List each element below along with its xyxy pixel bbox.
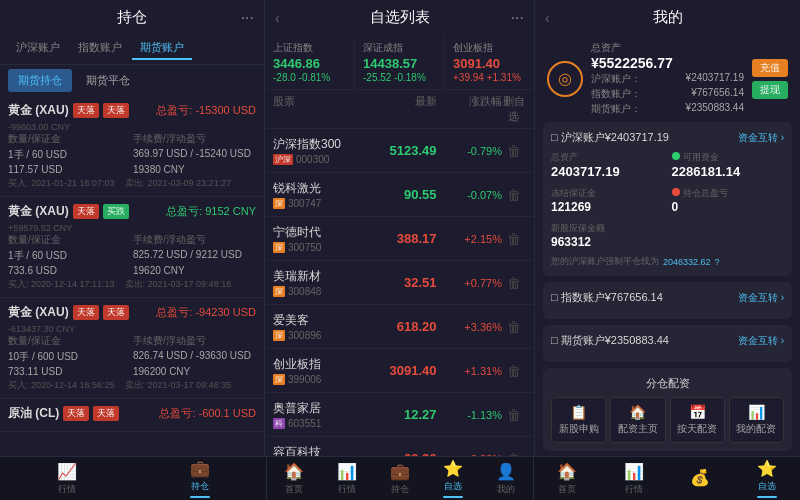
list-item[interactable]: 沪深指数300 沪深 000300 5123.49 -0.79% 🗑 bbox=[265, 129, 534, 173]
entry-qty-1: 19380 CNY bbox=[133, 164, 185, 175]
delete-btn-3[interactable]: 🗑 bbox=[502, 231, 526, 247]
position-pnl-stat: 持仓总盈亏 0 bbox=[672, 187, 785, 214]
sub-asset-items: 沪深账户： ¥2403717.19 指数账户： ¥767656.14 期货账户：… bbox=[591, 72, 744, 116]
alloc-btn-my-label: 我的配资 bbox=[736, 423, 776, 434]
delete-btn-2[interactable]: 🗑 bbox=[502, 187, 526, 203]
item-info-2: 锐科激光 深 300747 bbox=[273, 180, 371, 209]
hush-transfer-btn[interactable]: 资金互转 › bbox=[738, 131, 784, 145]
float-val-1: / -15240 USD bbox=[190, 148, 251, 159]
list-item[interactable]: 锐科激光 深 300747 90.55 -0.07% 🗑 bbox=[265, 173, 534, 217]
right-market-label: 行情 bbox=[625, 483, 643, 496]
alloc-btn-main[interactable]: 🏠 配资主页 bbox=[610, 397, 665, 443]
nav-left-position[interactable]: 💼 持仓 bbox=[133, 457, 266, 500]
back-arrow-icon[interactable]: ‹ bbox=[275, 10, 280, 26]
account-tab-futures[interactable]: 期货账户 bbox=[132, 37, 192, 60]
item-price-6: 3091.40 bbox=[371, 363, 436, 378]
index-sh-change: -28.0 -0.81% bbox=[273, 72, 346, 83]
pnl-value-4: 总盈亏: -600.1 USD bbox=[159, 406, 256, 421]
position-dates-2: 买入: 2020-12-14 17:11:13 卖出: 2021-03-17 0… bbox=[8, 278, 256, 291]
delete-btn-5[interactable]: 🗑 bbox=[502, 319, 526, 335]
item-code-6: 399006 bbox=[288, 374, 321, 385]
tab-futures-close[interactable]: 期货平仓 bbox=[76, 69, 140, 92]
index-item-sz[interactable]: 深证成指 14438.57 -25.52 -0.18% bbox=[355, 35, 445, 89]
nav-mid-position[interactable]: 💼 持仓 bbox=[373, 457, 426, 500]
market-badge-7: 科 bbox=[273, 418, 285, 429]
item-info-8: 容百科技 科 688005 bbox=[273, 444, 371, 456]
nav-right-watchlist[interactable]: ⭐ 自选 bbox=[734, 457, 801, 500]
nav-mid-my[interactable]: 👤 我的 bbox=[480, 457, 533, 500]
nav-right-home[interactable]: 🏠 首页 bbox=[534, 457, 601, 500]
index-account-section: □ 指数账户¥767656.14 资金互转 › bbox=[543, 282, 792, 319]
account-tab-hush[interactable]: 沪深账户 bbox=[8, 37, 68, 60]
index-items-row: 上证指数 3446.86 -28.0 -0.81% 深证成指 14438.57 … bbox=[265, 35, 534, 90]
left-panel-title: 持仓 bbox=[117, 8, 147, 27]
nav-left-market[interactable]: 📈 行情 bbox=[0, 457, 133, 500]
item-name-2: 锐科激光 bbox=[273, 180, 371, 197]
list-item[interactable]: 宁德时代 深 300750 388.17 +2.15% 🗑 bbox=[265, 217, 534, 261]
list-item[interactable]: 容百科技 科 688005 69.36 +8.38% 🗑 bbox=[265, 437, 534, 456]
asset-details: 总资产 ¥5522256.77 沪深账户： ¥2403717.19 指数账户： … bbox=[591, 41, 744, 116]
delete-btn-7[interactable]: 🗑 bbox=[502, 407, 526, 423]
item-price-7: 12.27 bbox=[371, 407, 436, 422]
left-panel-menu-icon[interactable]: ··· bbox=[241, 9, 254, 27]
nav-right-market[interactable]: 📊 行情 bbox=[601, 457, 668, 500]
pnl-sub-1: -99603.00 CNY bbox=[8, 122, 256, 132]
futures-transfer-btn[interactable]: 资金互转 › bbox=[738, 334, 784, 348]
index-item-cyb[interactable]: 创业板指 3091.40 +39.94 +1.31% bbox=[445, 35, 534, 89]
fee-val-2: 825.72 USD bbox=[133, 249, 187, 260]
available-stat: 可用资金 2286181.14 bbox=[672, 151, 785, 179]
index-transfer-btn[interactable]: 资金互转 › bbox=[738, 291, 784, 305]
item-change-5: +3.36% bbox=[437, 321, 502, 333]
right-watchlist-icon: ⭐ bbox=[757, 459, 777, 478]
position-details-3: 数量/保证金 手续费/浮动盈亏 10手 / 600 USD 826.74 USD… bbox=[8, 334, 256, 377]
float-val-2: / 9212 USD bbox=[190, 249, 242, 260]
item-info-4: 美瑞新材 深 300848 bbox=[273, 268, 371, 297]
entry-qty-2: 19620 CNY bbox=[133, 265, 185, 276]
right-panel: ‹ 我的 ◎ 总资产 ¥5522256.77 沪深账户： ¥2403717.19 bbox=[535, 0, 800, 456]
tab-futures-position[interactable]: 期货持仓 bbox=[8, 69, 72, 92]
alloc-btn-new-stock-label: 新股申购 bbox=[559, 423, 599, 434]
item-price-3: 388.17 bbox=[371, 231, 436, 246]
position-dates-1: 买入: 2021-01-21 16:07:03 卖出: 2021-03-09 2… bbox=[8, 177, 256, 190]
item-price-4: 32.51 bbox=[371, 275, 436, 290]
recharge-button[interactable]: 充值 bbox=[752, 59, 788, 77]
list-item[interactable]: 爱美客 深 300896 618.20 +3.36% 🗑 bbox=[265, 305, 534, 349]
pnl-value-1: 总盈亏: -15300 USD bbox=[156, 103, 256, 118]
withdraw-button[interactable]: 提现 bbox=[752, 81, 788, 99]
alloc-btn-new-stock[interactable]: 📋 新股申购 bbox=[551, 397, 606, 443]
watchlist-menu-icon[interactable]: ··· bbox=[511, 9, 524, 27]
alloc-btn-daily[interactable]: 📅 按天配资 bbox=[670, 397, 725, 443]
nav-mid-watchlist[interactable]: ⭐ 自选 bbox=[427, 457, 480, 500]
alloc-btn-daily-label: 按天配资 bbox=[677, 423, 717, 434]
delete-btn-6[interactable]: 🗑 bbox=[502, 363, 526, 379]
badge-type-2: 买跌 bbox=[103, 204, 129, 219]
item-name-4: 美瑞新材 bbox=[273, 268, 371, 285]
entry-qty-3: 196200 CNY bbox=[133, 366, 190, 377]
badge-type-4: 天落 bbox=[93, 406, 119, 421]
list-item[interactable]: 奥普家居 科 603551 12.27 -1.13% 🗑 bbox=[265, 393, 534, 437]
index-cyb-name: 创业板指 bbox=[453, 41, 526, 55]
delete-btn-4[interactable]: 🗑 bbox=[502, 275, 526, 291]
watchlist-nav-icon: ⭐ bbox=[443, 459, 463, 478]
bottom-nav: 📈 行情 💼 持仓 🏠 首页 📊 行情 💼 持仓 ⭐ 自选 👤 bbox=[0, 456, 800, 500]
position-item-4: 原油 (CL) 天落 天落 总盈亏: -600.1 USD bbox=[0, 399, 264, 432]
index-item-sh[interactable]: 上证指数 3446.86 -28.0 -0.81% bbox=[265, 35, 355, 89]
account-tab-index[interactable]: 指数账户 bbox=[70, 37, 130, 60]
warning-help-icon[interactable]: ? bbox=[715, 257, 720, 267]
item-name-3: 宁德时代 bbox=[273, 224, 371, 241]
delete-btn-1[interactable]: 🗑 bbox=[502, 143, 526, 159]
hush-label: 沪深账户： bbox=[591, 72, 641, 86]
fee-val-1: 369.97 USD bbox=[133, 148, 187, 159]
nav-mid-home[interactable]: 🏠 首页 bbox=[267, 457, 320, 500]
pnl-value-2: 总盈亏: 9152 CNY bbox=[166, 204, 256, 219]
list-item[interactable]: 创业板指 深 399006 3091.40 +1.31% 🗑 bbox=[265, 349, 534, 393]
list-item[interactable]: 美瑞新材 深 300848 32.51 +0.77% 🗑 bbox=[265, 261, 534, 305]
alloc-btn-my[interactable]: 📊 我的配资 bbox=[729, 397, 784, 443]
label-fee-1: 手续费/浮动盈亏 bbox=[133, 133, 206, 144]
my-back-arrow-icon[interactable]: ‹ bbox=[545, 10, 550, 26]
nav-mid-market[interactable]: 📊 行情 bbox=[320, 457, 373, 500]
alloc-btn-main-label: 配资主页 bbox=[618, 423, 658, 434]
position-item-3: 黄金 (XAU) 天落 天落 总盈亏: -94230 USD -613437.3… bbox=[0, 298, 264, 399]
nav-right-center[interactable]: 💰 bbox=[667, 457, 734, 500]
warning-row: 您的沪深账户强制平仓线为 2046332.62 ? bbox=[551, 255, 784, 268]
